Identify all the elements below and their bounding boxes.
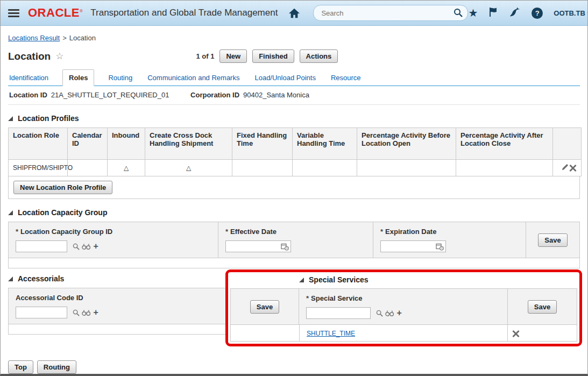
title-actions: 1 of 1 New Finished Actions <box>196 49 338 63</box>
binoculars-icon[interactable] <box>82 243 91 250</box>
tab-roles[interactable]: Roles <box>62 69 94 86</box>
add-icon[interactable]: + <box>93 242 98 251</box>
special-services-save-button-right[interactable]: Save <box>528 300 557 314</box>
column-header-actions <box>553 128 582 160</box>
home-icon[interactable] <box>288 8 300 19</box>
column-header: Inbound <box>108 128 145 160</box>
breadcrumb: Locations Result>Location <box>8 34 580 42</box>
table-footer-row: New Location Role Profile <box>8 176 580 199</box>
page-content: Locations Result>Location Location ☆ 1 o… <box>1 34 587 374</box>
row-actions <box>553 160 582 176</box>
tab-resource[interactable]: Resource <box>330 70 362 86</box>
empty-result-row <box>9 258 579 268</box>
oracle-logo: ORACLE® <box>28 6 83 20</box>
top-button[interactable]: Top <box>8 360 33 374</box>
field-special-service: *Special Service + <box>299 289 508 324</box>
title-row: Location ☆ 1 of 1 New Finished Actions <box>8 49 580 63</box>
section-header-location-profiles: Location Profiles <box>8 114 580 123</box>
field-effective-date: *Effective Date <box>218 222 373 258</box>
accessorials-section: Accessorials Accessorial Code ID + <box>8 269 226 335</box>
section-header-special-services: Special Services <box>299 275 577 284</box>
location-capacity-group-id-input[interactable] <box>16 240 67 252</box>
search-box <box>313 5 468 21</box>
search-icon[interactable] <box>454 8 463 19</box>
tab-bar: Identification Roles Routing Communicati… <box>8 69 580 86</box>
calendar-icon[interactable] <box>281 243 289 253</box>
footer-buttons: Top Routing <box>8 360 580 374</box>
flag-icon[interactable] <box>488 7 498 19</box>
tab-communication-and-remarks[interactable]: Communication and Remarks <box>146 70 240 86</box>
search-input[interactable] <box>313 5 468 21</box>
location-id-value: 21A_SHUTTLE_LOT_REQUIRED_01 <box>51 91 169 99</box>
top-bar: ORACLE® Transportation and Global Trade … <box>1 1 587 26</box>
shuttle-time-link[interactable]: SHUTTLE_TIME <box>307 330 355 337</box>
annotation-highlight-box: Special Services Save *Special Service <box>225 269 582 346</box>
field-accessorial-code-id: Accessorial Code ID + <box>9 288 226 324</box>
corporation-id-value: 90402_Santa Monica <box>243 91 309 99</box>
help-icon[interactable]: ? <box>532 8 543 19</box>
app-window: ORACLE® Transportation and Global Trade … <box>0 0 588 376</box>
routing-button[interactable]: Routing <box>37 360 76 374</box>
row-actions <box>508 325 577 341</box>
tab-load-unload-points[interactable]: Load/Unload Points <box>253 70 316 86</box>
collapse-triangle-icon[interactable] <box>8 210 13 215</box>
collapse-triangle-icon[interactable] <box>8 116 13 121</box>
table-row: SHIPFROM/SHIPTO △ △ <box>9 160 582 176</box>
field-label: Accessorial Code ID <box>16 294 83 302</box>
section-title: Location Profiles <box>18 114 79 123</box>
edit-pencil-icon[interactable] <box>561 163 569 173</box>
empty-result-row <box>9 324 226 334</box>
accessorial-code-id-input[interactable] <box>16 307 67 318</box>
capacity-save-button[interactable]: Save <box>538 233 567 247</box>
location-profiles-table: Location Role Calendar ID Inbound Create… <box>8 127 582 176</box>
calendar-icon[interactable] <box>436 243 444 253</box>
breadcrumb-separator: > <box>62 34 67 42</box>
collapse-triangle-icon[interactable] <box>8 276 13 281</box>
section-title: Special Services <box>309 275 369 284</box>
add-icon[interactable]: + <box>93 308 98 317</box>
breadcrumb-link-locations-result[interactable]: Locations Result <box>8 34 60 42</box>
cell-calendar-id <box>68 160 108 176</box>
user-menu[interactable]: OOTB.TB▾ <box>554 9 588 17</box>
favorites-star-icon[interactable]: ★ <box>468 8 478 18</box>
special-services-save-button-left[interactable]: Save <box>250 300 279 314</box>
new-location-role-profile-button[interactable]: New Location Role Profile <box>13 181 112 194</box>
delete-icon[interactable] <box>569 164 577 172</box>
actions-button[interactable]: Actions <box>300 49 338 63</box>
bird-icon[interactable] <box>509 7 521 19</box>
tab-identification[interactable]: Identification <box>8 70 49 86</box>
required-marker: * <box>16 228 18 236</box>
hamburger-menu-icon[interactable] <box>8 9 19 17</box>
field-location-capacity-group-id: *Location Capacity Group ID + <box>9 222 218 258</box>
section-title: Accessorials <box>18 274 64 283</box>
cell-pct-after-close <box>456 160 553 176</box>
binoculars-icon[interactable] <box>82 309 91 316</box>
column-header: Fixed Handling Time <box>232 128 293 160</box>
registered-mark: ® <box>80 9 83 13</box>
breadcrumb-current: Location <box>69 34 96 42</box>
add-icon[interactable]: + <box>396 309 401 317</box>
section-header-location-capacity-group: Location Capacity Group <box>8 208 580 217</box>
search-lookup-icon[interactable] <box>73 309 80 316</box>
app-title: Transportation and Global Trade Manageme… <box>90 8 278 18</box>
binoculars-icon[interactable] <box>385 310 394 317</box>
collapse-triangle-icon[interactable] <box>299 278 304 282</box>
column-header: Variable Handling Time <box>293 128 357 160</box>
new-button[interactable]: New <box>219 49 247 63</box>
favorite-star-icon[interactable]: ☆ <box>55 51 63 62</box>
field-label: Location Capacity Group ID <box>20 228 112 236</box>
field-label: Special Service <box>311 294 362 302</box>
location-id-label: Location ID <box>9 91 47 99</box>
top-icon-group: ★ ? OOTB.TB▾ <box>468 7 588 19</box>
required-marker: * <box>306 294 309 302</box>
delete-icon[interactable] <box>512 330 520 337</box>
special-services-data-row: SHUTTLE_TIME <box>231 324 577 341</box>
search-lookup-icon[interactable] <box>73 243 80 250</box>
special-service-input[interactable] <box>306 307 371 319</box>
finished-button[interactable]: Finished <box>252 49 294 63</box>
corporation-id-label: Corporation ID <box>190 91 239 99</box>
search-lookup-icon[interactable] <box>376 310 383 317</box>
cross-dock-triangle-icon: △ <box>145 160 232 176</box>
tab-routing[interactable]: Routing <box>107 70 133 86</box>
section-title: Location Capacity Group <box>18 208 107 217</box>
